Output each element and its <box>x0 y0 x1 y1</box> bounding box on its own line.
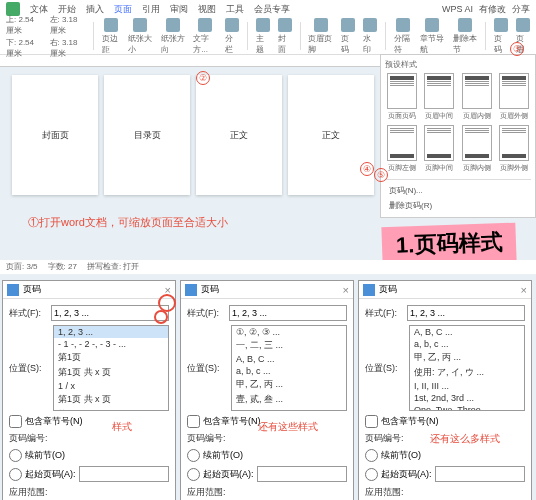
style-listbox[interactable]: A, B, C ... a, b, c ... 甲, 乙, 丙 ... 使用: … <box>409 325 525 411</box>
start-input[interactable] <box>435 466 526 482</box>
ribbon-watermark[interactable]: 水印 <box>363 18 377 55</box>
margin-bottom-val: 下: 2.54 厘米 <box>6 37 42 59</box>
dialog-title: 页码 <box>23 283 41 296</box>
wps-ai-button[interactable]: WPS AI <box>442 4 473 14</box>
pagenum-dialog-1: 页码× 样式(F): 位置(S): 1, 2, 3 ... - 1 -, - 2… <box>2 280 176 500</box>
dialog-icon <box>363 284 375 296</box>
panel-del-pagenum[interactable]: 删除页码(R) <box>385 198 531 213</box>
start-radio[interactable] <box>365 468 378 481</box>
ribbon-margins[interactable]: 页边距 <box>102 18 120 55</box>
preset-thumb[interactable]: 页脚内侧 <box>460 125 494 173</box>
page-label: 封面页 <box>42 129 69 142</box>
callout-5: ⑤ <box>374 168 388 182</box>
ribbon-nav[interactable]: 章节导航 <box>420 18 445 55</box>
margin-right-val: 右: 3.18 厘米 <box>50 37 86 59</box>
page-thumb[interactable]: 封面页 <box>12 75 98 195</box>
status-words: 字数: 27 <box>48 261 77 273</box>
annotation-step1: ①打开word文档，可缩放页面至合适大小 <box>28 215 228 230</box>
edit-status[interactable]: 有修改 <box>479 3 506 16</box>
annotation-style: 样式 <box>112 420 132 434</box>
numbering-label: 页码编号: <box>9 432 49 445</box>
tab-page[interactable]: 页面 <box>114 3 132 16</box>
page-label: 目录页 <box>134 129 161 142</box>
ribbon-columns[interactable]: 分栏 <box>225 18 239 55</box>
ribbon: 上: 2.54 厘米 下: 2.54 厘米 左: 3.18 厘米 右: 3.18… <box>0 18 536 54</box>
style-listbox[interactable]: ①, ②, ③ ... 一, 二, 三 ... A, B, C ... a, b… <box>231 325 347 411</box>
style-combo[interactable] <box>407 305 525 321</box>
callout-4: ④ <box>360 162 374 176</box>
continue-radio[interactable] <box>187 449 200 462</box>
ribbon-pagenum[interactable]: 页码 <box>341 18 355 55</box>
continue-radio[interactable] <box>9 449 22 462</box>
include-chapter-check[interactable] <box>365 415 378 428</box>
preset-thumb[interactable]: 页眉内侧 <box>460 73 494 121</box>
preset-thumb[interactable]: 页眉外侧 <box>498 73 532 121</box>
dialog-title: 页码 <box>379 283 397 296</box>
ribbon-paper-size[interactable]: 纸张大小 <box>128 18 153 55</box>
app-toolbar: 文体 开始 插入 页面 引用 审阅 视图 工具 会员专享 WPS AI 有修改 … <box>0 0 536 55</box>
include-chapter-label: 包含章节号(N) <box>25 415 83 428</box>
dialog-title: 页码 <box>201 283 219 296</box>
close-icon[interactable]: × <box>343 284 349 296</box>
page-thumb[interactable]: 目录页 <box>104 75 190 195</box>
pagenum-dropdown-panel: 预设样式 页面页码 页眉中间 页眉内侧 页眉外侧 页脚左侧 页脚中间 页脚内侧 … <box>380 54 536 218</box>
style-combo[interactable] <box>51 305 169 321</box>
annotation-more: 还有这些样式 <box>258 420 318 434</box>
callout-circle <box>154 310 168 324</box>
page-label: 正文 <box>230 129 248 142</box>
include-chapter-check[interactable] <box>9 415 22 428</box>
start-radio[interactable] <box>9 468 22 481</box>
status-bar: 页面: 3/5 字数: 27 拼写检查: 打开 <box>0 260 536 274</box>
preset-thumb[interactable]: 页脚外侧 <box>498 125 532 173</box>
tutorial-title: 1.页码样式 <box>381 223 517 266</box>
panel-pagenum-more[interactable]: 页码(N)... <box>385 183 531 198</box>
ribbon-pagenum2[interactable]: 页码 <box>494 18 508 55</box>
annotation-many: 还有这么多样式 <box>430 432 500 446</box>
margin-left-val: 左: 3.18 厘米 <box>50 14 86 36</box>
tab-insert[interactable]: 插入 <box>86 3 104 16</box>
margin-top-val: 上: 2.54 厘米 <box>6 14 42 36</box>
preset-thumb[interactable]: 页脚中间 <box>423 125 457 173</box>
ribbon-cover[interactable]: 封面 <box>278 18 292 55</box>
margins-group2: 左: 3.18 厘米 右: 3.18 厘米 <box>50 14 86 59</box>
preset-thumb[interactable]: 页面页码 <box>385 73 419 121</box>
apply-label: 应用范围: <box>9 486 49 499</box>
tab-vip[interactable]: 会员专享 <box>254 3 290 16</box>
ribbon-textdir[interactable]: 文字方... <box>193 18 217 55</box>
tab-tools[interactable]: 工具 <box>226 3 244 16</box>
tab-ref[interactable]: 引用 <box>142 3 160 16</box>
style-listbox[interactable]: 1, 2, 3 ... - 1 -, - 2 -, - 3 - ... 第1页 … <box>53 325 169 411</box>
ribbon-header[interactable]: 页眉页脚 <box>308 18 333 55</box>
dialog-icon <box>185 284 197 296</box>
style-label: 样式(F): <box>9 307 47 320</box>
ribbon-breaks[interactable]: 分隔符 <box>394 18 412 55</box>
style-label: 样式(F): <box>187 307 225 320</box>
callout-3: ③ <box>510 42 524 56</box>
preset-thumb[interactable]: 页眉中间 <box>423 73 457 121</box>
style-combo[interactable] <box>229 305 347 321</box>
page-label: 正文 <box>322 129 340 142</box>
ribbon-orientation[interactable]: 纸张方向 <box>161 18 186 55</box>
ribbon-delsec[interactable]: 删除本节 <box>453 18 478 55</box>
start-radio[interactable] <box>187 468 200 481</box>
pos-label: 位置(S): <box>9 362 49 375</box>
dialogs-row: 页码× 样式(F): 位置(S): 1, 2, 3 ... - 1 -, - 2… <box>0 278 534 500</box>
status-spell: 拼写检查: 打开 <box>87 261 139 273</box>
page-thumb[interactable]: 正文 <box>288 75 374 195</box>
ribbon-theme[interactable]: 主题 <box>256 18 270 55</box>
start-input[interactable] <box>79 466 170 482</box>
dialog-icon <box>7 284 19 296</box>
preset-thumb[interactable]: 页脚左侧 <box>385 125 419 173</box>
continue-radio[interactable] <box>365 449 378 462</box>
start-input[interactable] <box>257 466 348 482</box>
tab-review[interactable]: 审阅 <box>170 3 188 16</box>
pagenum-dialog-2: 页码× 样式(F): 位置(S): ①, ②, ③ ... 一, 二, 三 ..… <box>180 280 354 500</box>
callout-2: ② <box>196 71 210 85</box>
margins-group: 上: 2.54 厘米 下: 2.54 厘米 <box>6 14 42 59</box>
pagenum-dialog-3: 页码× 样式(F): 位置(S): A, B, C ... a, b, c ..… <box>358 280 532 500</box>
close-icon[interactable]: × <box>521 284 527 296</box>
include-chapter-check[interactable] <box>187 415 200 428</box>
tab-view[interactable]: 视图 <box>198 3 216 16</box>
share-button[interactable]: 分享 <box>512 3 530 16</box>
page-thumb[interactable]: 正文 <box>196 75 282 195</box>
